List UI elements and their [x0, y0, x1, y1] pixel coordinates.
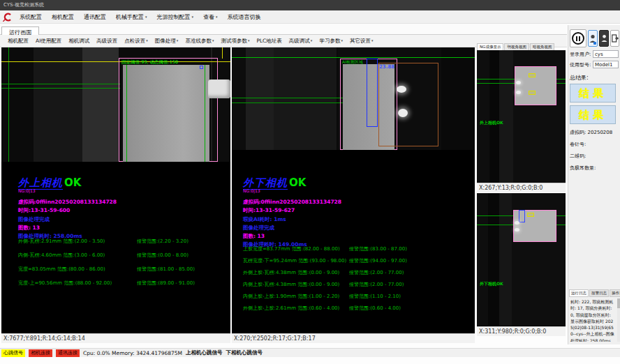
menu-item-robot-config[interactable]: 机械手配置 — [111, 10, 152, 24]
ng-view-lower: 外下相机OK X:311;Y:980;R:0;G:0;B:0 — [477, 193, 566, 336]
log-scrollbar[interactable] — [617, 298, 620, 342]
roll-pin-label: 卷针号: — [570, 141, 619, 148]
menu-item-view[interactable]: 查看 — [198, 10, 223, 24]
operator-icon — [601, 34, 607, 43]
login-user-field[interactable]: cys — [593, 50, 619, 58]
heartbeat-badge: 心跳信号 — [1, 349, 25, 357]
measurement-value: 上胶宽度=83.77mm 范围:(82.00 - 88.00) — [243, 246, 340, 252]
tool-advanced-settings[interactable]: 高级设置 — [93, 38, 121, 45]
virtual-code-line: 虚拟码:0ffiinn20250208133134728 — [18, 198, 228, 206]
tool-baseline-params[interactable]: 基准线参数 — [182, 38, 217, 45]
tool-spot-check-settings[interactable]: 点检设置 — [121, 38, 152, 45]
tool-test-item-params[interactable]: 测试项参数 — [217, 38, 253, 45]
time-line: 时间:13-31-59-600 — [18, 206, 228, 215]
pause-icon — [572, 32, 584, 45]
tool-ai-usage-config[interactable]: AI使用配置 — [32, 38, 65, 45]
operator-button[interactable] — [599, 30, 609, 47]
virtual-code-row: 虚拟码: 20250208 — [570, 129, 619, 136]
menu-item-language-switch[interactable]: 系统语言切换 — [223, 10, 266, 24]
alarm-range: 报警范围:(0.60 - 4.00) — [349, 303, 401, 314]
model-field[interactable]: Model1 — [593, 61, 619, 68]
ng-result-label: 外下相机OK — [480, 281, 503, 287]
menu-item-light-control-config[interactable]: 光源控制配置 — [152, 10, 199, 24]
log-tabs: 运行日志 报警日志 操作日志 — [568, 289, 620, 297]
pixel-info-bar: X:7677;Y:891;R:14;G:14;B:14 — [1, 333, 230, 343]
pixel-info-bar: X:270;Y:2502;R:17;G:17;B:17 — [232, 333, 475, 343]
log-scrollbar-thumb[interactable] — [617, 298, 620, 308]
green-measure-hline-2 — [232, 103, 344, 103]
alarm-range: 报警范围:(2.00 - 77.00) — [349, 267, 404, 279]
total-result-label: 总结果: — [570, 74, 619, 82]
alarm-range: 报警范围:(2.00 - 77.00) — [349, 279, 404, 291]
tab-alarm-log[interactable]: 报警日志 — [589, 289, 609, 297]
measurement-value: 内侧上胶-瓦楞:4.38mm 范围:(0.00 - 9.00) — [243, 282, 339, 287]
measurement-row: 内侧上胶-上胶:1.90mm 范围:(1.00 - 2.20)报警范围:(1.1… — [243, 291, 472, 303]
green-edge-line-inner-left — [126, 65, 127, 162]
tool-other-settings[interactable]: 其它设置 — [346, 38, 377, 45]
measurement-row: 外侧-瓦楞:2.91mm 范围:(2.00 - 3.50)报警范围:(2.20 … — [18, 234, 228, 248]
tab-dark-view[interactable]: 暗视角视图 — [530, 43, 555, 50]
ai-roi-rect-blue — [367, 59, 378, 127]
title-bar: CYS-视觉检测系统 — [0, 0, 620, 10]
camera-image-outer-upper[interactable]: 固定阈值:93, 动态阈值:150 — [1, 47, 230, 162]
camera-result-title: 外上相机OK — [18, 177, 228, 188]
pause-button[interactable] — [570, 29, 586, 47]
result-ok-label: OK — [289, 176, 306, 189]
result-box-lower: 结果 — [570, 105, 616, 124]
upper-camera-heartbeat-text: 上相机心跳信号 — [186, 349, 223, 356]
green-measure-hline-1 — [1, 84, 120, 84]
tab-ng-display[interactable]: NG成像显示 — [477, 43, 503, 50]
login-user-button[interactable] — [588, 30, 598, 47]
result-block: 外上相机OK NG:0|13 虚拟码:0ffiinn20250208133134… — [18, 177, 228, 241]
virtual-code-value: 20250208 — [588, 130, 613, 135]
tool-plc-address-table[interactable]: PLC地址表 — [253, 38, 285, 45]
alarm-range: 报警范围:(1.10 - 2.10) — [349, 291, 401, 303]
ng-view-upper: 外上相机OK X:267;Y:13;R:0;G:0;B:0 — [477, 50, 566, 192]
menu-item-system-config[interactable]: 系统配置 — [15, 10, 47, 24]
green-edge-line-inner-right — [205, 65, 205, 162]
tool-image-processing[interactable]: 图像处理 — [152, 38, 182, 45]
yellow-label-mark — [529, 91, 536, 95]
yellow-label-mark — [527, 213, 534, 217]
pixel-info-text: X:7677;Y:891;R:14;G:14;B:14 — [3, 335, 85, 342]
tool-advanced-debug[interactable]: 高级调试 — [286, 38, 316, 45]
ng-image-upper[interactable]: 外上相机OK — [477, 50, 566, 183]
log-section: 运行日志 报警日志 操作日志 耗时: 222, 瑕疵检测耗时: 17, 瑕疵分类… — [568, 289, 620, 344]
process-done-line: 图像处理完成 — [243, 224, 472, 232]
tab-run-log[interactable]: 运行日志 — [569, 289, 589, 297]
result-box-upper: 结果 — [570, 84, 616, 103]
qr-code-label: 二维码: — [570, 153, 619, 160]
measurement-row: 内侧上胶-瓦楞:4.38mm 范围:(0.00 - 9.00)报警范围:(2.0… — [243, 279, 472, 291]
tab-bright-view[interactable]: 明视角视图 — [504, 43, 529, 50]
login-user-label: 登录用户: — [570, 51, 593, 58]
tool-camera-config[interactable]: 相机配置 — [4, 38, 32, 45]
menu-item-camera-config[interactable]: 相机配置 — [47, 10, 79, 24]
measurement-row: 上胶宽度=83.77mm 范围:(82.00 - 88.00)报警范围:(83.… — [243, 243, 472, 255]
pixel-info-text: X:270;Y:2502;R:17;G:17;B:17 — [234, 335, 316, 342]
tool-learning-params[interactable]: 学习参数 — [316, 38, 346, 45]
frame-count-line: 图数: 13 — [18, 224, 228, 232]
status-bar: 心跳信号 相机连接 通讯连接 Cpu: 0.0% Memory: 3424.41… — [0, 348, 620, 357]
cpu-memory-text: Cpu: 0.0% Memory: 3424.41796875M — [83, 350, 182, 356]
exit-button[interactable] — [610, 30, 619, 47]
ai-roi-rect-blue — [519, 210, 525, 222]
tab-operation-log[interactable]: 操作日志 — [610, 289, 620, 297]
connector-blob — [208, 79, 230, 98]
virtual-code-line: 虚拟码:0ffiinn20250208133134728 — [243, 198, 472, 206]
measurement-row: 宽度-上=90.56mm 范围:(88.00 - 92.00)报警范围:(89.… — [18, 276, 228, 290]
camera-image-outer-lower[interactable]: AI检测区域 23.88 — [232, 47, 475, 150]
measurement-list: 外侧-瓦楞:2.91mm 范围:(2.00 - 3.50)报警范围:(2.20 … — [18, 234, 228, 290]
alarm-range: 报警范围:(81.00 - 85.00) — [137, 262, 195, 276]
ng-image-lower[interactable]: 外下相机OK — [477, 193, 566, 326]
lower-camera-heartbeat-text: 下相机心跳信号 — [226, 349, 263, 356]
measurement-value: 内侧-瓦楞:4.60mm 范围:(3.00 - 6.00) — [18, 252, 105, 258]
menu-item-comm-config[interactable]: 通讯配置 — [79, 10, 111, 24]
highlight-blob — [516, 91, 521, 94]
yellow-label-mark — [529, 73, 536, 77]
green-edge-vline-left — [8, 47, 9, 162]
part-surface — [515, 66, 556, 105]
camera-result-title: 外下相机OK — [243, 177, 472, 188]
tool-camera-debug[interactable]: 相机调试 — [65, 38, 93, 45]
alarm-range: 报警范围:(94.00 - 97.00) — [349, 255, 407, 267]
sidebar-button-row — [570, 29, 619, 47]
